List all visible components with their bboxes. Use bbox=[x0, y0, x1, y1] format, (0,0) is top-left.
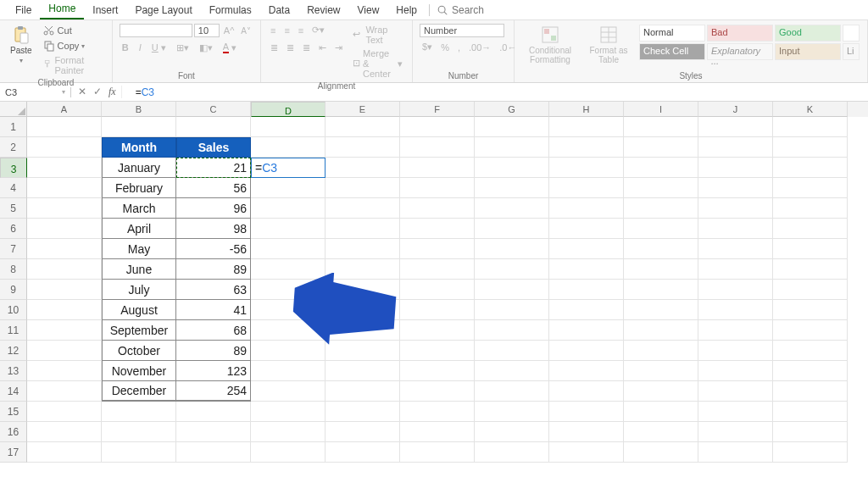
row-header[interactable]: 10 bbox=[0, 300, 27, 320]
conditional-formatting-button[interactable]: Conditional Formatting bbox=[521, 24, 579, 66]
cell[interactable] bbox=[27, 442, 102, 463]
cell[interactable]: October bbox=[102, 341, 176, 361]
cell[interactable] bbox=[400, 442, 475, 463]
style-normal[interactable]: Normal bbox=[639, 25, 705, 42]
cell[interactable] bbox=[475, 219, 549, 239]
cell[interactable] bbox=[624, 361, 698, 381]
cell[interactable]: 96 bbox=[176, 198, 251, 219]
cell[interactable] bbox=[27, 239, 102, 259]
cell[interactable] bbox=[326, 239, 400, 259]
cell[interactable] bbox=[549, 422, 624, 442]
tab-review[interactable]: Review bbox=[298, 1, 348, 19]
row-header[interactable]: 9 bbox=[0, 280, 27, 300]
col-header-g[interactable]: G bbox=[475, 102, 549, 117]
cell[interactable] bbox=[698, 280, 773, 300]
cell[interactable] bbox=[475, 137, 549, 158]
cell[interactable] bbox=[773, 178, 848, 198]
cell[interactable] bbox=[400, 178, 475, 198]
col-header-e[interactable]: E bbox=[326, 102, 400, 117]
cell[interactable] bbox=[773, 219, 848, 239]
cell[interactable] bbox=[27, 341, 102, 361]
cell[interactable] bbox=[475, 280, 549, 300]
formula-input[interactable]: =C3 bbox=[129, 86, 868, 98]
cell[interactable]: July bbox=[102, 280, 176, 300]
cell[interactable] bbox=[698, 117, 773, 137]
cell[interactable] bbox=[27, 280, 102, 300]
cell[interactable] bbox=[251, 442, 326, 463]
tab-help[interactable]: Help bbox=[387, 1, 426, 19]
decrease-font-icon[interactable]: A˅ bbox=[238, 24, 253, 37]
cell[interactable] bbox=[251, 239, 326, 259]
copy-button[interactable]: Copy ▾ bbox=[41, 39, 105, 53]
cell[interactable] bbox=[475, 117, 549, 137]
cell[interactable] bbox=[27, 402, 102, 422]
cell[interactable] bbox=[326, 259, 400, 280]
cell[interactable] bbox=[326, 381, 400, 402]
cell[interactable] bbox=[326, 137, 400, 158]
increase-decimal-icon[interactable]: .00→ bbox=[466, 41, 493, 53]
cell[interactable]: 254 bbox=[176, 381, 251, 402]
cell[interactable] bbox=[27, 178, 102, 198]
cell[interactable] bbox=[549, 158, 624, 178]
cell[interactable] bbox=[251, 280, 326, 300]
cancel-formula-icon[interactable]: ✕ bbox=[78, 86, 86, 98]
cell[interactable] bbox=[400, 219, 475, 239]
col-header-i[interactable]: I bbox=[624, 102, 698, 117]
cell[interactable] bbox=[624, 239, 698, 259]
col-header-c[interactable]: C bbox=[176, 102, 251, 117]
comma-icon[interactable]: , bbox=[455, 41, 463, 53]
fill-color-button[interactable]: ◧▾ bbox=[197, 41, 215, 54]
font-family-select[interactable] bbox=[120, 24, 192, 37]
cell[interactable] bbox=[475, 300, 549, 320]
cell[interactable] bbox=[624, 381, 698, 402]
cell[interactable] bbox=[400, 158, 475, 178]
cell[interactable] bbox=[624, 341, 698, 361]
cell[interactable] bbox=[27, 300, 102, 320]
cell[interactable]: March bbox=[102, 198, 176, 219]
cell[interactable] bbox=[698, 219, 773, 239]
cell-selected-source[interactable]: 21 bbox=[176, 158, 251, 178]
cell[interactable] bbox=[475, 422, 549, 442]
tab-formulas[interactable]: Formulas bbox=[201, 1, 260, 19]
cell[interactable] bbox=[549, 442, 624, 463]
cell[interactable] bbox=[475, 442, 549, 463]
cell[interactable] bbox=[624, 137, 698, 158]
cell[interactable] bbox=[102, 402, 176, 422]
cell[interactable] bbox=[698, 137, 773, 158]
cell[interactable] bbox=[27, 320, 102, 341]
cell[interactable] bbox=[549, 300, 624, 320]
cell[interactable]: 68 bbox=[176, 320, 251, 341]
row-header[interactable]: 1 bbox=[0, 117, 27, 137]
cell[interactable] bbox=[549, 198, 624, 219]
underline-button[interactable]: U▾ bbox=[149, 41, 169, 54]
col-header-h[interactable]: H bbox=[549, 102, 624, 117]
cell[interactable] bbox=[102, 117, 176, 137]
cell[interactable]: Sales bbox=[176, 137, 251, 158]
cell[interactable] bbox=[698, 259, 773, 280]
cell[interactable] bbox=[326, 117, 400, 137]
cell[interactable] bbox=[400, 341, 475, 361]
number-format-select[interactable]: Number bbox=[420, 24, 504, 37]
cell[interactable]: 41 bbox=[176, 300, 251, 320]
tab-data[interactable]: Data bbox=[260, 1, 298, 19]
paste-button[interactable]: Paste ▾ bbox=[7, 24, 36, 66]
cell[interactable] bbox=[176, 442, 251, 463]
cell[interactable] bbox=[400, 117, 475, 137]
cell[interactable] bbox=[624, 402, 698, 422]
cell[interactable] bbox=[624, 259, 698, 280]
merge-center-button[interactable]: ⊡ Merge & Center▾ bbox=[350, 47, 405, 80]
col-header-k[interactable]: K bbox=[773, 102, 848, 117]
cell[interactable] bbox=[326, 280, 400, 300]
cell[interactable] bbox=[475, 178, 549, 198]
cell[interactable] bbox=[400, 198, 475, 219]
cell[interactable] bbox=[326, 442, 400, 463]
cell[interactable] bbox=[27, 198, 102, 219]
cell[interactable] bbox=[624, 280, 698, 300]
align-center-icon[interactable]: ≣ bbox=[284, 42, 297, 54]
border-button[interactable]: ⊞▾ bbox=[174, 41, 192, 54]
cell[interactable] bbox=[475, 259, 549, 280]
tab-file[interactable]: File bbox=[7, 1, 40, 19]
cell[interactable] bbox=[102, 422, 176, 442]
col-header-a[interactable]: A bbox=[27, 102, 102, 117]
cell[interactable] bbox=[400, 402, 475, 422]
